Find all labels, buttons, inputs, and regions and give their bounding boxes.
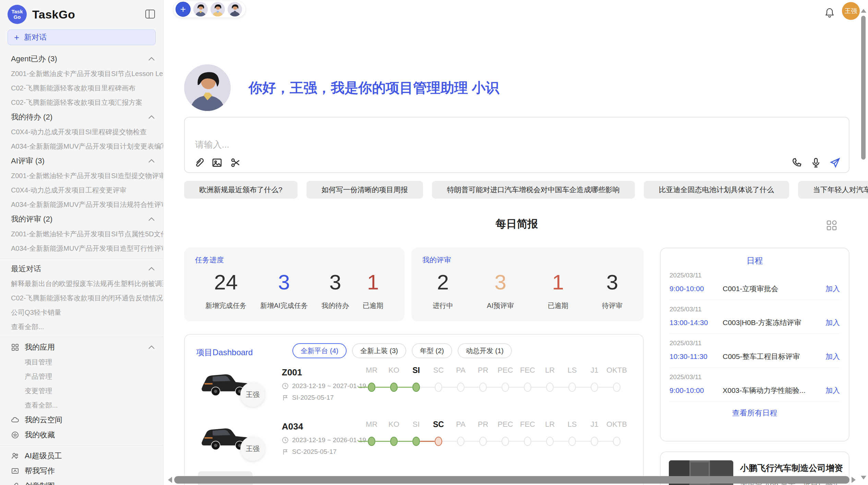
sidebar-item[interactable]: A034-全新新能源MUV产品开发项目计划变更表编写 — [0, 139, 163, 153]
app-item-product-mgmt[interactable]: 产品管理 — [0, 369, 163, 384]
notification-bell-icon[interactable] — [825, 8, 834, 18]
add-agent-button[interactable]: + — [176, 2, 191, 17]
project-row[interactable]: 王强 A034 2023-12-19 ~ 2026-01-19 SC-2025-… — [185, 418, 643, 469]
sidebar-item-ai-super-staff[interactable]: AI超级员工 — [0, 448, 163, 463]
sidebar-item-creative-drawing[interactable]: 创意制图 — [0, 478, 163, 485]
microphone-icon[interactable] — [810, 157, 821, 168]
send-icon[interactable] — [830, 157, 841, 168]
plus-icon: + — [14, 32, 19, 43]
image-icon[interactable] — [212, 157, 222, 168]
sidebar-item[interactable]: Z001-全新燃油轻卡产品开发项目SI造型提交物评审 — [0, 169, 163, 183]
chevron-up-icon[interactable] — [148, 345, 155, 349]
milestone-label: PA — [456, 366, 466, 375]
sidebar-item-help-me-write[interactable]: 帮我写作 — [0, 463, 163, 478]
recent-chat-item[interactable]: C02-飞腾新能源轻客改款项目的闭环通告反馈情况 — [0, 291, 163, 305]
milestone-dot — [412, 383, 420, 392]
dashboard-tabs: 全新平台 (4) 全新上装 (3) 年型 (2) 动总开发 (1) — [292, 343, 512, 358]
agent-avatar-2[interactable] — [210, 2, 225, 16]
section-header-my-review[interactable]: 我的评审 (2) — [0, 212, 163, 227]
scroll-left-arrow[interactable] — [168, 477, 172, 483]
recent-chats-view-all[interactable]: 查看全部... — [0, 320, 163, 334]
suggestion-chip[interactable]: 比亚迪全固态电池计划具体说了什么 — [644, 181, 789, 199]
new-chat-button[interactable]: + 新对话 — [8, 29, 156, 45]
view-all-schedule-link[interactable]: 查看所有日程 — [661, 408, 849, 418]
recent-chat-item[interactable]: 公司Q3轻卡销量 — [0, 305, 163, 320]
tab-new-body[interactable]: 全新上装 (3) — [352, 343, 406, 358]
chat-input[interactable]: 请输入... — [184, 117, 849, 173]
sidebar-item[interactable]: C0X4-动力总成开发项目SI里程碑提交物检查 — [0, 125, 163, 139]
stat-label: 我的待办 — [322, 301, 349, 310]
scroll-right-arrow[interactable] — [852, 477, 856, 483]
tab-model-year[interactable]: 年型 (2) — [412, 343, 452, 358]
sidebar-item[interactable]: A034-全新新能源MUV产品开发项目法规符合性评审 — [0, 197, 163, 212]
horizontal-scrollbar-thumb[interactable] — [174, 476, 849, 484]
nav-label: 我的应用 — [25, 342, 55, 352]
sidebar-item[interactable]: C02-飞腾新能源轻客改款项目立项汇报方案 — [0, 95, 163, 110]
vertical-scrollbar-thumb[interactable] — [861, 16, 866, 160]
sidebar-item[interactable]: Z001-全新燃油皮卡产品开发项目SI节点Lesson Learn报告 — [0, 66, 163, 81]
scroll-down-arrow[interactable] — [861, 476, 866, 480]
tab-new-platform[interactable]: 全新平台 (4) — [292, 343, 347, 358]
layout-apps-icon[interactable] — [825, 219, 838, 232]
project-row[interactable]: 王强 Z001 2023-12-19 ~ 2027-01-19 SI-2025-… — [185, 364, 643, 415]
phone-icon[interactable] — [791, 157, 802, 168]
section-title: 最近对话 — [11, 264, 41, 274]
sidebar-item-my-apps[interactable]: 我的应用 — [0, 340, 163, 355]
recent-chat-item[interactable]: 解释最新出台的欧盟报废车法规再生塑料比例被调至15%... — [0, 276, 163, 291]
section-title: 我的待办 (2) — [11, 112, 52, 122]
milestone-label: PEC — [497, 366, 513, 375]
nav-label: 我的云空间 — [25, 415, 62, 425]
suggestion-chip[interactable]: 当下年轻人对汽车外观有怎样的喜好趋势 — [798, 181, 868, 199]
app-item-change-mgmt[interactable]: 变更管理 — [0, 384, 163, 398]
schedule-name: C003|H0B-方案冻结评审 — [723, 318, 821, 327]
join-meeting-link[interactable]: 加入 — [825, 352, 840, 361]
sidebar-item-my-favorites[interactable]: 我的收藏 — [0, 427, 163, 443]
agent-switcher: + — [173, 1, 246, 18]
sidebar-item[interactable]: A034-全新新能源MUV产品开发项目造型可行性评审 — [0, 241, 163, 256]
milestone-dot — [591, 437, 598, 446]
sidebar-item[interactable]: C0X4-动力总成开发项目工程变更评审 — [0, 183, 163, 197]
app-item-project-mgmt[interactable]: 项目管理 — [0, 355, 163, 369]
section-header-my-todo[interactable]: 我的待办 (2) — [0, 110, 163, 125]
attachment-icon[interactable] — [193, 157, 204, 168]
sidebar-collapse-icon[interactable] — [145, 10, 155, 18]
apps-view-all[interactable]: 查看全部... — [0, 398, 163, 412]
section-header-recent-chats[interactable]: 最近对话 — [0, 261, 163, 276]
chevron-up-icon[interactable] — [148, 115, 155, 119]
card-title: 任务进度 — [195, 255, 224, 265]
divider — [0, 445, 163, 446]
section-header-agent-done[interactable]: Agent已办 (3) — [0, 51, 163, 66]
scissors-icon[interactable] — [230, 157, 241, 168]
chevron-up-icon[interactable] — [148, 217, 155, 221]
milestone-dot — [390, 383, 398, 392]
suggestion-chip[interactable]: 特朗普可能对进口汽车增税会对中国车企造成哪些影响 — [432, 181, 635, 199]
join-meeting-link[interactable]: 加入 — [825, 318, 840, 327]
milestone-dot — [457, 437, 465, 446]
join-meeting-link[interactable]: 加入 — [825, 284, 840, 294]
vertical-scrollbar[interactable] — [860, 9, 867, 483]
section-header-ai-review[interactable]: AI评审 (3) — [0, 153, 163, 169]
stat-overdue: 1 已逾期 — [363, 269, 383, 310]
sidebar-item[interactable]: Z001-全新燃油轻卡产品开发项目SI节点属性5D文件评审 — [0, 227, 163, 241]
chevron-up-icon[interactable] — [148, 57, 155, 61]
agent-avatar-1[interactable] — [193, 2, 208, 16]
logo-line2: Go — [14, 14, 21, 20]
chevron-up-icon[interactable] — [148, 267, 155, 271]
nav-label: 帮我写作 — [25, 466, 55, 476]
agent-avatar-3[interactable] — [228, 2, 242, 16]
scroll-up-arrow[interactable] — [861, 9, 866, 13]
sidebar-item-my-cloud[interactable]: 我的云空间 — [0, 412, 163, 427]
suggestion-chip[interactable]: 如何写一份清晰的项目周报 — [306, 181, 423, 199]
flag-icon — [282, 394, 289, 401]
join-meeting-link[interactable]: 加入 — [825, 386, 840, 395]
greeting-text: 你好，王强，我是你的项目管理助理 小识 — [249, 78, 499, 97]
chevron-up-icon[interactable] — [148, 159, 155, 163]
user-avatar[interactable]: 王强 — [842, 2, 860, 20]
horizontal-scrollbar[interactable] — [168, 475, 856, 484]
suggestion-chip[interactable]: 欧洲新规最近颁布了什么? — [184, 181, 298, 199]
new-chat-label: 新对话 — [24, 32, 47, 42]
tab-powertrain[interactable]: 动总开发 (1) — [458, 343, 512, 358]
assistant-avatar — [184, 64, 231, 111]
sidebar-item[interactable]: C02-飞腾新能源轻客改款项目里程碑画布 — [0, 81, 163, 95]
milestone-label: PEC — [497, 420, 513, 429]
